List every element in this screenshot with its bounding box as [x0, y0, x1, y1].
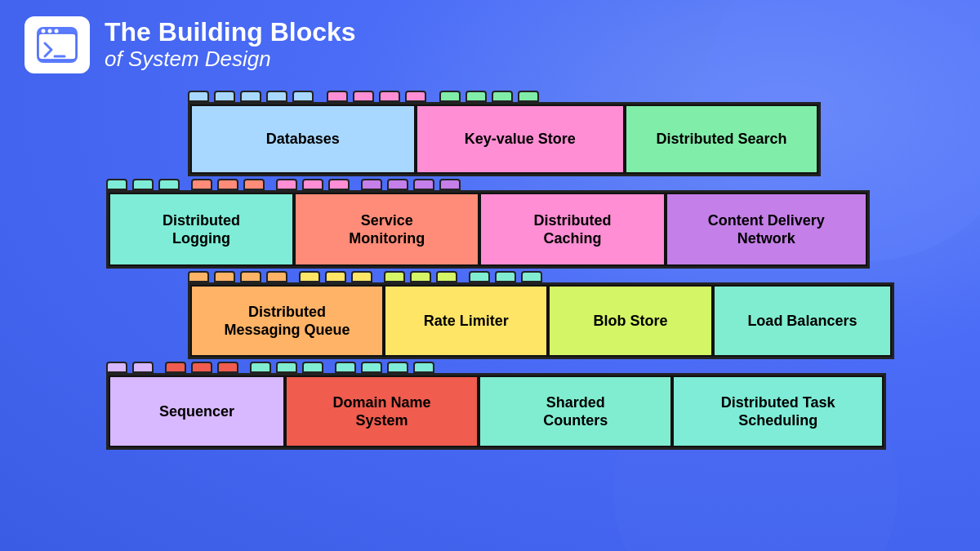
stud: [413, 179, 434, 190]
stud: [518, 91, 539, 102]
block-cdn: Content DeliveryNetwork: [666, 193, 867, 266]
row3-blocks: DistributedMessaging Queue Rate Limiter …: [188, 282, 894, 359]
row1-studs: [188, 88, 821, 102]
block-dns: Domain NameSystem: [285, 375, 479, 447]
stud: [439, 91, 461, 102]
block-sequencer: Sequencer: [109, 375, 285, 447]
block-rate-limiter: Rate Limiter: [384, 285, 548, 357]
block-databases: Databases: [190, 104, 416, 174]
stud: [387, 362, 408, 373]
stud: [243, 179, 265, 190]
stud: [188, 91, 209, 102]
row3-studs: [188, 269, 894, 282]
stud: [353, 91, 374, 102]
stud: [292, 91, 314, 102]
stud: [250, 362, 271, 373]
blocks-diagram: Databases Key-value Store Distributed Se…: [98, 88, 882, 450]
stud: [299, 271, 320, 282]
stud: [158, 179, 180, 190]
svg-point-3: [48, 29, 52, 33]
stud: [328, 179, 350, 190]
stud: [106, 362, 127, 373]
stud: [276, 179, 297, 190]
main-subtitle: of System Design: [105, 47, 356, 72]
main-title: The Building Blocks: [105, 18, 356, 47]
stud: [266, 271, 287, 282]
row4-studs: [106, 359, 886, 373]
row2-blocks: DistributedLogging ServiceMonitoring Dis…: [106, 190, 870, 269]
block-distributed-caching: DistributedCaching: [479, 193, 665, 266]
logo-icon: [35, 25, 79, 64]
stud: [410, 271, 431, 282]
logo-box: [24, 16, 90, 73]
block-service-monitoring: ServiceMonitoring: [294, 193, 479, 266]
stud: [217, 179, 238, 190]
stud: [495, 271, 516, 282]
stud: [351, 271, 372, 282]
stud: [214, 91, 235, 102]
stud: [379, 91, 400, 102]
main-content: The Building Blocks of System Design: [0, 0, 980, 466]
stud: [413, 362, 434, 373]
stud: [266, 91, 287, 102]
stud: [521, 271, 542, 282]
block-sharded-counters: ShardedCounters: [479, 375, 672, 447]
stud: [276, 362, 297, 373]
row1-blocks: Databases Key-value Store Distributed Se…: [188, 102, 821, 176]
stud: [436, 271, 457, 282]
header: The Building Blocks of System Design: [24, 16, 956, 73]
stud: [384, 271, 405, 282]
block-distributed-task-scheduling: Distributed TaskScheduling: [672, 375, 884, 447]
stud: [387, 179, 408, 190]
stud: [325, 271, 346, 282]
block-messaging-queue: DistributedMessaging Queue: [190, 285, 384, 357]
stud: [361, 362, 382, 373]
block-key-value-store: Key-value Store: [416, 104, 625, 174]
block-distributed-logging: DistributedLogging: [109, 193, 294, 266]
stud: [217, 362, 238, 373]
stud: [106, 179, 127, 190]
stud: [191, 362, 212, 373]
block-load-balancers: Load Balancers: [713, 285, 892, 357]
stud: [466, 91, 487, 102]
stud: [439, 179, 461, 190]
stud: [165, 362, 186, 373]
row4-blocks: Sequencer Domain NameSystem ShardedCount…: [106, 373, 886, 450]
svg-point-4: [55, 29, 59, 33]
row2-studs: [106, 176, 870, 190]
block-blob-store: Blob Store: [548, 285, 712, 357]
stud: [188, 271, 209, 282]
stud: [302, 179, 323, 190]
stud: [302, 362, 323, 373]
stud: [214, 271, 235, 282]
stud: [327, 91, 348, 102]
stud: [492, 91, 513, 102]
svg-point-2: [42, 29, 46, 33]
header-text: The Building Blocks of System Design: [105, 18, 356, 72]
stud: [132, 362, 154, 373]
stud: [191, 179, 212, 190]
stud: [240, 91, 261, 102]
block-distributed-search: Distributed Search: [625, 104, 818, 174]
stud: [335, 362, 356, 373]
stud: [405, 91, 426, 102]
stud: [240, 271, 261, 282]
stud: [361, 179, 382, 190]
stud: [132, 179, 154, 190]
stud: [469, 271, 490, 282]
